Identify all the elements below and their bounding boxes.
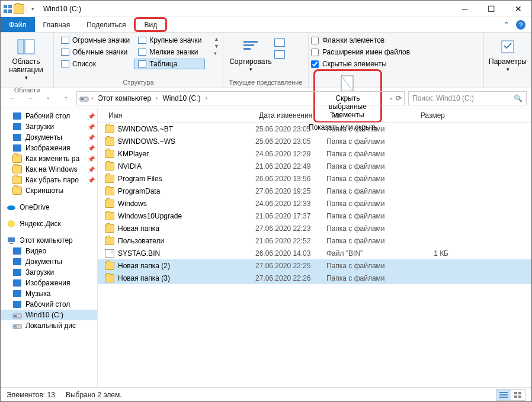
sidebar-item[interactable]: Как изменить ра📌	[1, 153, 97, 164]
svg-rect-34	[514, 392, 517, 394]
minimize-button[interactable]: ─	[451, 1, 478, 17]
sidebar-item-label: Изображения	[25, 279, 70, 287]
file-rows: $WINDOWS.~BT25.06.2020 23:05Папка с файл…	[98, 123, 531, 387]
table-row[interactable]: Windows10Upgrade21.06.2020 17:37Папка с …	[98, 210, 531, 222]
svg-rect-15	[13, 134, 21, 141]
sidebar-item[interactable]: Документы📌	[1, 132, 97, 143]
sidebar-thispc[interactable]: Этот компьютер	[1, 235, 97, 246]
chevron-right-icon[interactable]: ›	[155, 95, 159, 101]
music-icon	[12, 290, 22, 298]
table-row[interactable]: ProgramData27.06.2020 19:25Папка с файла…	[98, 185, 531, 197]
file-name: SYSTAG.BIN	[118, 249, 255, 258]
file-size: 1 КБ	[395, 249, 448, 258]
forward-button[interactable]: →	[23, 91, 37, 105]
layout-scroll-down-icon[interactable]: ▼	[214, 43, 219, 49]
navigation-pane-button[interactable]: Область навигации ▾	[4, 35, 48, 83]
refresh-icon[interactable]: ⟳	[396, 94, 402, 102]
qat-dropdown-icon[interactable]: ▾	[30, 6, 36, 12]
sidebar-item[interactable]: Загрузки📌	[1, 121, 97, 132]
layout-list[interactable]: Список	[57, 59, 133, 69]
share-tab[interactable]: Поделиться	[78, 17, 134, 32]
icons-view-button[interactable]	[511, 390, 525, 400]
search-icon[interactable]: 🔍	[514, 94, 523, 102]
breadcrumb-drive[interactable]: Wind10 (C:)	[160, 94, 203, 102]
sidebar-item[interactable]: Скриншоты	[1, 185, 97, 196]
table-row[interactable]: Windows24.06.2020 12:33Папка с файлами	[98, 197, 531, 210]
item-flags-checkbox[interactable]	[311, 37, 319, 44]
chevron-right-icon[interactable]: ›	[204, 95, 208, 101]
up-button[interactable]: ↑	[59, 91, 73, 105]
options-button[interactable]: Параметры ▾	[488, 35, 528, 75]
column-name[interactable]: Имя	[105, 111, 255, 120]
back-button[interactable]: ←	[5, 91, 20, 105]
address-dropdown-icon[interactable]: ⌄	[389, 94, 393, 102]
search-box[interactable]: Поиск: Wind10 (C:) 🔍	[408, 91, 527, 105]
file-name: Новая папка (2)	[118, 262, 255, 270]
column-headers: Имя Дата изменения Тип Размер	[98, 108, 531, 123]
collapse-ribbon-icon[interactable]: ⌃	[503, 20, 510, 30]
layout-scroll-up-icon[interactable]: ▲	[214, 36, 219, 42]
sidebar-item[interactable]: Загрузки	[1, 267, 97, 278]
file-date: 27.06.2020 22:23	[255, 224, 326, 233]
sidebar-item[interactable]: Локальный дис	[1, 320, 97, 331]
file-ext-checkbox[interactable]	[311, 49, 319, 56]
sidebar-item[interactable]: Музыка	[1, 288, 97, 299]
table-row[interactable]: Новая папка (2)27.06.2020 22:25Папка с ф…	[98, 259, 531, 272]
sidebar-item[interactable]: Изображения📌	[1, 143, 97, 153]
layout-normal-icons[interactable]: Обычные значки	[57, 47, 133, 57]
huge-icons-icon	[61, 37, 69, 44]
table-row[interactable]: Program Files26.06.2020 13:56Папка с фай…	[98, 172, 531, 185]
column-type[interactable]: Тип	[326, 111, 395, 120]
checkbox-hidden-items[interactable]: Скрытые элементы	[309, 59, 483, 69]
table-row[interactable]: SYSTAG.BIN26.06.2020 14:03Файл "BIN"1 КБ	[98, 247, 531, 259]
close-button[interactable]: ✕	[505, 1, 531, 17]
sidebar-item[interactable]: Документы	[1, 256, 97, 267]
file-date: 25.06.2020 23:05	[255, 125, 326, 133]
file-date: 27.06.2020 22:25	[255, 262, 326, 270]
address-bar[interactable]: › Этот компьютер › Wind10 (C:) › ⌄ ⟳	[76, 91, 405, 105]
table-row[interactable]: $WINDOWS.~BT25.06.2020 23:05Папка с файл…	[98, 123, 531, 135]
svg-rect-19	[8, 237, 15, 242]
column-size[interactable]: Размер	[395, 111, 448, 120]
navigation-pane[interactable]: Рабочий стол📌Загрузки📌Документы📌Изображе…	[1, 108, 98, 387]
table-row[interactable]: Новая папка27.06.2020 22:23Папка с файла…	[98, 222, 531, 234]
table-row[interactable]: NVIDIA21.06.2020 22:49Папка с файлами	[98, 160, 531, 172]
file-tab[interactable]: Файл	[1, 17, 35, 32]
table-row[interactable]: Пользователи21.06.2020 22:52Папка с файл…	[98, 234, 531, 247]
column-date[interactable]: Дата изменения	[255, 111, 326, 120]
layout-expand-icon[interactable]: ▾	[214, 50, 219, 56]
checkbox-item-flags[interactable]: Флажки элементов	[309, 35, 483, 46]
sort-button[interactable]: Сортировать ▾	[227, 35, 274, 75]
checkbox-file-extensions[interactable]: Расширения имен файлов	[309, 47, 483, 57]
size-all-columns-icon[interactable]	[274, 50, 285, 59]
sidebar-item[interactable]: Рабочий стол📌	[1, 111, 97, 121]
sidebar-item[interactable]: Как на Windows📌	[1, 164, 97, 175]
file-name: $WINDOWS.~BT	[118, 125, 255, 133]
help-icon[interactable]: ?	[516, 20, 525, 30]
chevron-right-icon[interactable]: ›	[90, 95, 94, 101]
layout-table[interactable]: Таблица	[134, 59, 205, 69]
history-dropdown[interactable]: ▾	[41, 91, 55, 105]
table-row[interactable]: $WINDOWS.~WS25.06.2020 23:05Папка с файл…	[98, 135, 531, 147]
hidden-items-checkbox[interactable]	[311, 60, 319, 68]
file-name: Windows	[118, 200, 255, 208]
layout-small-icons[interactable]: Мелкие значки	[134, 47, 205, 57]
sidebar-item[interactable]: Рабочий стол	[1, 299, 97, 310]
svg-rect-36	[514, 395, 517, 398]
details-view-button[interactable]	[496, 390, 511, 400]
layout-large-icons[interactable]: Крупные значки	[134, 35, 205, 46]
sidebar-item[interactable]: Видео	[1, 246, 97, 256]
home-tab[interactable]: Главная	[35, 17, 79, 32]
view-tab[interactable]: Вид	[134, 17, 167, 32]
sidebar-item[interactable]: Wind10 (C:)	[1, 310, 97, 320]
layout-huge-icons[interactable]: Огромные значки	[57, 35, 133, 46]
sidebar-yandexdisk[interactable]: Яндекс.Диск	[1, 218, 97, 229]
table-row[interactable]: Новая папка (3)27.06.2020 22:26Папка с ф…	[98, 272, 531, 284]
add-columns-icon[interactable]	[274, 38, 285, 47]
sidebar-item[interactable]: Как убрать паро📌	[1, 175, 97, 185]
breadcrumb-thispc[interactable]: Этот компьютер	[95, 94, 153, 102]
table-row[interactable]: KMPlayer24.06.2020 12:29Папка с файлами	[98, 147, 531, 160]
sidebar-item[interactable]: Изображения	[1, 278, 97, 288]
sidebar-onedrive[interactable]: OneDrive	[1, 202, 97, 213]
maximize-button[interactable]: ☐	[478, 1, 505, 17]
